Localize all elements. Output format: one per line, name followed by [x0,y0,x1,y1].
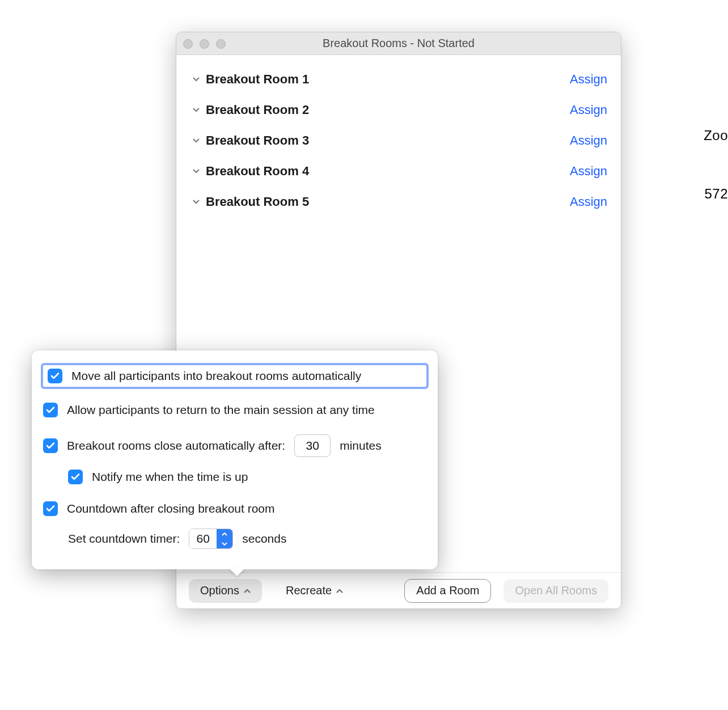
room-row[interactable]: Breakout Room 5 Assign [190,187,607,217]
chevron-down-icon[interactable] [190,200,202,204]
checkbox-checked-icon[interactable] [43,403,58,417]
background-text-572: 572 [704,186,728,202]
minutes-suffix-label: minutes [340,439,382,453]
checkbox-checked-icon[interactable] [43,501,58,516]
background-text-zoo: Zoo [704,128,728,143]
chevron-up-icon [244,586,251,595]
open-all-rooms-button-label: Open All Rooms [515,584,597,597]
chevron-down-icon[interactable] [190,138,202,143]
option-close-after[interactable]: Breakout rooms close automatically after… [43,431,426,460]
chevron-down-icon[interactable] [190,169,202,174]
assign-link[interactable]: Assign [570,72,607,87]
countdown-seconds-stepper[interactable]: 60 [189,529,233,549]
countdown-seconds-value: 60 [189,529,217,548]
checkbox-checked-icon[interactable] [43,438,58,453]
room-row[interactable]: Breakout Room 2 Assign [190,95,607,125]
minimize-window-button[interactable] [200,39,209,49]
room-name: Breakout Room 3 [206,133,309,148]
seconds-suffix-label: seconds [242,532,286,546]
room-row[interactable]: Breakout Room 1 Assign [190,64,607,95]
window-title: Breakout Rooms - Not Started [323,37,475,50]
room-name: Breakout Room 5 [206,195,309,209]
option-move-auto[interactable]: Move all participants into breakout room… [41,363,429,389]
option-countdown[interactable]: Countdown after closing breakout room [43,498,426,519]
room-name: Breakout Room 1 [206,72,309,87]
stepper-down-icon[interactable] [217,539,232,548]
add-room-button[interactable]: Add a Room [404,579,491,603]
countdown-timer-label: Set countdown timer: [68,532,180,546]
options-button[interactable]: Options [189,579,262,603]
chevron-down-icon[interactable] [190,77,202,82]
option-notify-time-up[interactable]: Notify me when the time is up [43,466,426,488]
option-label: Countdown after closing breakout room [67,502,275,515]
window-controls [183,39,226,49]
options-popover: Move all participants into breakout room… [32,350,438,569]
titlebar: Breakout Rooms - Not Started [176,32,621,55]
room-name: Breakout Room 4 [206,164,309,179]
bottom-toolbar: Options Recreate Add a Room Open All Roo… [176,572,621,608]
options-button-label: Options [200,584,239,597]
option-countdown-timer: Set countdown timer: 60 seconds [43,525,426,552]
checkbox-checked-icon[interactable] [48,369,62,383]
chevron-up-icon [336,586,343,595]
checkbox-checked-icon[interactable] [68,470,83,484]
option-allow-return[interactable]: Allow participants to return to the main… [43,399,426,421]
room-row[interactable]: Breakout Room 3 Assign [190,125,607,156]
recreate-button-label: Recreate [286,584,332,597]
assign-link[interactable]: Assign [570,164,607,179]
room-row[interactable]: Breakout Room 4 Assign [190,156,607,187]
option-label: Breakout rooms close automatically after… [67,439,285,453]
stepper-up-icon[interactable] [217,529,232,539]
assign-link[interactable]: Assign [570,103,607,117]
assign-link[interactable]: Assign [570,195,607,209]
recreate-button[interactable]: Recreate [274,579,354,603]
option-label: Notify me when the time is up [92,470,248,484]
close-after-minutes-input[interactable] [294,434,331,457]
open-all-rooms-button: Open All Rooms [503,579,608,603]
chevron-down-icon[interactable] [190,108,202,112]
close-window-button[interactable] [183,39,193,49]
zoom-window-button[interactable] [216,39,226,49]
add-room-button-label: Add a Room [416,584,479,597]
option-label: Allow participants to return to the main… [67,403,375,417]
room-name: Breakout Room 2 [206,103,309,117]
option-label: Move all participants into breakout room… [71,369,361,383]
assign-link[interactable]: Assign [570,133,607,148]
